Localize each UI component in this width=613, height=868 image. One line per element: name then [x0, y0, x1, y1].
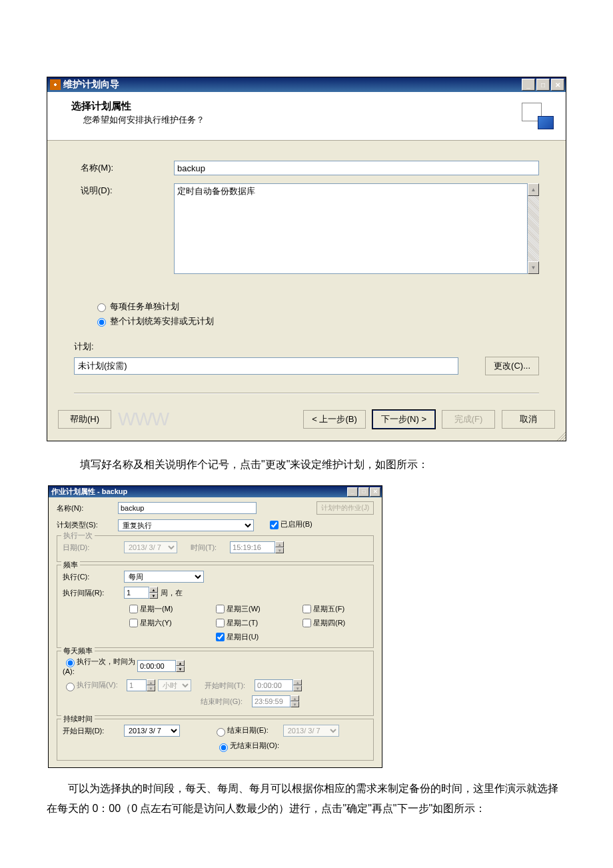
name-label: 名称(M): — [74, 161, 174, 175]
name-input[interactable] — [118, 502, 257, 514]
interval-input[interactable] — [124, 587, 149, 599]
next-button[interactable]: 下一步(N) > — [372, 410, 435, 429]
maximize-icon[interactable]: □ — [536, 79, 550, 91]
doc-paragraph-1: 填写好名称及相关说明作个记号，点击"更改"来设定维护计划，如图所示： — [80, 455, 566, 475]
schedule-type-select[interactable]: 重复执行 — [118, 519, 254, 531]
once-time-label: 时间(T): — [191, 543, 217, 553]
jobs-in-plan-button: 计划中的作业(J) — [316, 501, 374, 515]
change-button[interactable]: 更改(C)... — [485, 357, 539, 375]
wizard-header-icon — [522, 100, 552, 128]
name-label: 名称(N): — [57, 503, 118, 513]
daily-frequency-group: 每天频率 执行一次，时间为(A): ▲▼ 执行间隔(V): ▲▼ 小时 开始时间… — [57, 651, 374, 716]
day-sat[interactable]: 星期六(Y) — [127, 617, 180, 629]
once-time-input — [230, 541, 275, 553]
resize-grip-icon[interactable] — [556, 431, 566, 441]
window-title: 维护计划向导 — [63, 79, 119, 91]
end-date-select: 2013/ 3/ 7 — [283, 725, 339, 737]
radio-single-plan[interactable]: 整个计划统筹安排或无计划 — [94, 315, 539, 327]
scroll-down-icon[interactable]: ▼ — [528, 261, 539, 274]
start-date-label: 开始日期(D): — [63, 726, 124, 736]
run-once-group: 执行一次 日期(D): 2013/ 3/ 7 时间(T): ▲▼ — [57, 535, 374, 562]
once-date-select: 2013/ 3/ 7 — [124, 541, 177, 553]
daily-once-time[interactable] — [137, 660, 176, 672]
minimize-icon[interactable]: _ — [522, 79, 535, 91]
scroll-up-icon[interactable]: ▲ — [528, 183, 539, 196]
job-schedule-dialog: 作业计划属性 - backup _ □ ✕ 名称(N): 计划中的作业(J) 计… — [48, 485, 382, 767]
plan-display: 未计划(按需) — [74, 357, 458, 375]
occurs-label: 执行(C): — [63, 572, 124, 582]
day-sun[interactable]: 星期日(U) — [213, 631, 267, 643]
header-title: 选择计划属性 — [71, 100, 522, 113]
day-tue[interactable]: 星期二(T) — [213, 617, 267, 629]
daily-every-radio[interactable]: 执行间隔(V): — [63, 680, 127, 691]
day-thu[interactable]: 星期四(R) — [300, 617, 353, 629]
name-input[interactable] — [174, 161, 539, 175]
description-textarea[interactable]: 定时自动备份数据库 — [174, 183, 528, 274]
back-button[interactable]: < 上一步(B) — [303, 410, 366, 429]
cancel-button[interactable]: 取消 — [502, 410, 555, 429]
duration-group: 持续时间 开始日期(D): 2013/ 3/ 7 结束日期(E): 2013/ … — [57, 719, 374, 760]
watermark: WWW — [118, 409, 169, 429]
frequency-group: 频率 执行(C): 每周 执行间隔(R): ▲▼ 周，在 星期一(M) 星期三(… — [57, 565, 374, 648]
titlebar[interactable]: 作业计划属性 - backup _ □ ✕ — [49, 486, 382, 497]
daily-once-radio[interactable]: 执行一次，时间为(A): — [63, 657, 137, 675]
day-wed[interactable]: 星期三(W) — [213, 603, 267, 615]
doc-paragraph-2: 可以为选择执的时间段，每天、每周、每月可以根据你相应的需求来制定备份的时间，这里… — [47, 779, 566, 819]
radio-separate-plan[interactable]: 每项任务单独计划 — [94, 301, 539, 313]
titlebar[interactable]: 维护计划向导 _ □ ✕ — [47, 77, 566, 92]
interval-label: 执行间隔(R): — [63, 588, 124, 598]
end-date-radio[interactable]: 结束日期(E): — [213, 725, 269, 736]
close-icon[interactable]: ✕ — [370, 487, 380, 497]
once-date-label: 日期(D): — [63, 543, 124, 553]
header-subtitle: 您希望如何安排执行维护任务？ — [71, 114, 522, 126]
enabled-checkbox[interactable]: 已启用(B) — [267, 519, 312, 531]
day-fri[interactable]: 星期五(F) — [300, 603, 353, 615]
help-button[interactable]: 帮助(H) — [58, 410, 111, 429]
maximize-icon[interactable]: □ — [358, 487, 369, 497]
description-label: 说明(D): — [74, 183, 174, 274]
finish-button: 完成(F) — [442, 410, 495, 429]
day-mon[interactable]: 星期一(M) — [127, 603, 180, 615]
plan-label: 计划: — [74, 341, 539, 353]
window-title: 作业计划属性 - backup — [51, 487, 127, 497]
close-icon[interactable]: ✕ — [551, 79, 564, 91]
textarea-scrollbar[interactable]: ▲ ▼ — [528, 183, 539, 274]
no-end-date-radio[interactable]: 无结束日期(O): — [216, 741, 279, 751]
maintenance-wizard-dialog: 维护计划向导 _ □ ✕ 选择计划属性 您希望如何安排执行维护任务？ 名称(M)… — [47, 77, 566, 441]
start-date-select[interactable]: 2013/ 3/ 7 — [124, 725, 180, 737]
type-label: 计划类型(S): — [57, 520, 118, 530]
wizard-icon — [50, 79, 61, 90]
minimize-icon[interactable]: _ — [347, 487, 358, 497]
occurs-select[interactable]: 每周 — [124, 571, 204, 583]
wizard-header: 选择计划属性 您希望如何安排执行维护任务？ — [47, 92, 566, 141]
